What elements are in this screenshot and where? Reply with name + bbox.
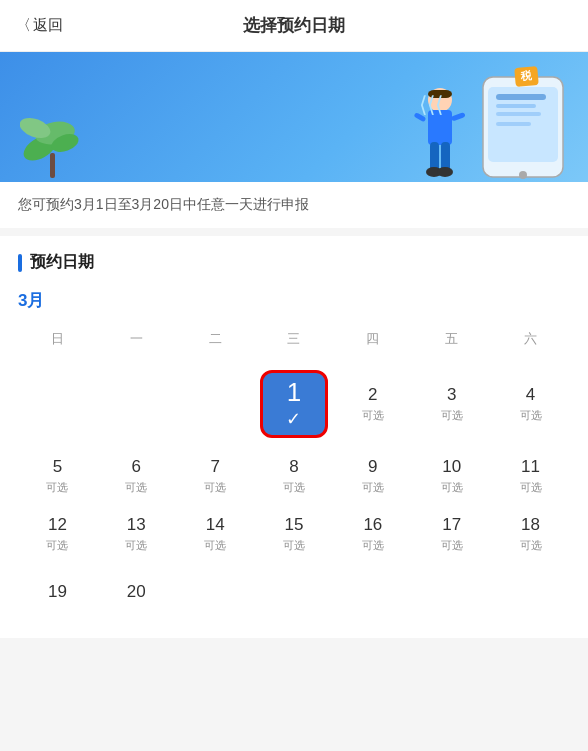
day-label: 可选 bbox=[441, 408, 463, 423]
calendar-cell-3[interactable]: 3 可选 bbox=[412, 362, 491, 448]
svg-rect-16 bbox=[496, 94, 546, 100]
plant-decoration bbox=[20, 78, 90, 182]
page-title: 选择预约日期 bbox=[243, 14, 345, 37]
calendar-cell-empty bbox=[333, 564, 412, 622]
day-label: 可选 bbox=[520, 538, 542, 553]
calendar-cell-8[interactable]: 8 可选 bbox=[255, 448, 334, 506]
month-label: 3月 bbox=[18, 289, 570, 312]
calendar: 日 一 二 三 四 五 六 1 ✓ 2 可选 bbox=[18, 326, 570, 622]
calendar-row-1: 1 ✓ 2 可选 3 可选 4 可选 bbox=[18, 362, 570, 448]
calendar-cell-20[interactable]: 20 bbox=[97, 564, 176, 622]
selected-day-number: 1 bbox=[287, 378, 301, 407]
calendar-cell-14[interactable]: 14 可选 bbox=[176, 506, 255, 564]
day-number: 14 bbox=[206, 515, 225, 535]
calendar-cell-15[interactable]: 15 可选 bbox=[255, 506, 334, 564]
calendar-cell-13[interactable]: 13 可选 bbox=[97, 506, 176, 564]
header: 〈 返回 选择预约日期 bbox=[0, 0, 588, 52]
day-label: 可选 bbox=[125, 538, 147, 553]
day-number: 9 bbox=[368, 457, 377, 477]
calendar-cell-empty bbox=[176, 362, 255, 448]
svg-rect-19 bbox=[496, 122, 531, 126]
svg-point-20 bbox=[519, 171, 527, 179]
calendar-weekday-header: 日 一 二 三 四 五 六 bbox=[18, 326, 570, 352]
calendar-cell-18[interactable]: 18 可选 bbox=[491, 506, 570, 564]
day-number: 16 bbox=[363, 515, 382, 535]
day-label: 可选 bbox=[441, 480, 463, 495]
calendar-cell-1[interactable]: 1 ✓ bbox=[255, 362, 334, 448]
calendar-cell-2[interactable]: 2 可选 bbox=[333, 362, 412, 448]
weekday-sun: 日 bbox=[18, 326, 97, 352]
weekday-mon: 一 bbox=[97, 326, 176, 352]
svg-point-12 bbox=[437, 167, 453, 177]
day-label: 可选 bbox=[283, 538, 305, 553]
calendar-cell-12[interactable]: 12 可选 bbox=[18, 506, 97, 564]
day-label: 可选 bbox=[441, 538, 463, 553]
svg-rect-17 bbox=[496, 104, 536, 108]
day-number: 18 bbox=[521, 515, 540, 535]
calendar-cell-16[interactable]: 16 可选 bbox=[333, 506, 412, 564]
calendar-cell-9[interactable]: 9 可选 bbox=[333, 448, 412, 506]
day-number: 17 bbox=[442, 515, 461, 535]
day-number: 13 bbox=[127, 515, 146, 535]
weekday-tue: 二 bbox=[176, 326, 255, 352]
day-number: 5 bbox=[53, 457, 62, 477]
day-label: 可选 bbox=[125, 480, 147, 495]
calendar-row-4: 19 20 bbox=[18, 564, 570, 622]
day-label: 可选 bbox=[520, 408, 542, 423]
day-label: 可选 bbox=[362, 538, 384, 553]
calendar-cell-empty bbox=[97, 362, 176, 448]
calendar-cell-empty bbox=[491, 564, 570, 622]
day-label: 可选 bbox=[204, 480, 226, 495]
calendar-row-3: 12 可选 13 可选 14 可选 15 可选 16 可选 17 可选 bbox=[18, 506, 570, 564]
title-bar-decoration bbox=[18, 254, 22, 272]
calendar-cell-empty bbox=[176, 564, 255, 622]
day-number: 19 bbox=[48, 582, 67, 602]
day-number: 7 bbox=[210, 457, 219, 477]
calendar-cell-19[interactable]: 19 bbox=[18, 564, 97, 622]
weekday-thu: 四 bbox=[333, 326, 412, 352]
day-number: 10 bbox=[442, 457, 461, 477]
day-number: 15 bbox=[285, 515, 304, 535]
svg-rect-4 bbox=[50, 153, 55, 178]
day-label: 可选 bbox=[283, 480, 305, 495]
day-number: 12 bbox=[48, 515, 67, 535]
calendar-cell-4[interactable]: 4 可选 bbox=[491, 362, 570, 448]
calendar-cell-empty bbox=[412, 564, 491, 622]
tax-badge: 税 bbox=[514, 66, 539, 87]
calendar-cell-10[interactable]: 10 可选 bbox=[412, 448, 491, 506]
calendar-cell-empty bbox=[18, 362, 97, 448]
day-label: 可选 bbox=[362, 480, 384, 495]
day-number: 8 bbox=[289, 457, 298, 477]
notice-text: 您可预约3月1日至3月20日中任意一天进行申报 bbox=[0, 182, 588, 236]
section-title: 预约日期 bbox=[18, 252, 570, 273]
day-number: 3 bbox=[447, 385, 456, 405]
weekday-wed: 三 bbox=[255, 326, 334, 352]
selected-checkmark: ✓ bbox=[286, 408, 301, 430]
day-label: 可选 bbox=[46, 538, 68, 553]
day-label: 可选 bbox=[520, 480, 542, 495]
calendar-cell-11[interactable]: 11 可选 bbox=[491, 448, 570, 506]
back-button[interactable]: 〈 返回 bbox=[16, 16, 63, 35]
calendar-row-2: 5 可选 6 可选 7 可选 8 可选 9 可选 10 可选 bbox=[18, 448, 570, 506]
day-number: 20 bbox=[127, 582, 146, 602]
calendar-section: 预约日期 3月 日 一 二 三 四 五 六 1 ✓ bbox=[0, 236, 588, 638]
calendar-cell-6[interactable]: 6 可选 bbox=[97, 448, 176, 506]
day-label: 可选 bbox=[362, 408, 384, 423]
banner: 税 ⟨⟨⟨ bbox=[0, 52, 588, 182]
calendar-cell-7[interactable]: 7 可选 bbox=[176, 448, 255, 506]
calendar-cell-empty bbox=[255, 564, 334, 622]
day-number: 4 bbox=[526, 385, 535, 405]
arrows-decoration: ⟨⟨⟨ bbox=[419, 92, 443, 118]
weekday-sat: 六 bbox=[491, 326, 570, 352]
svg-rect-8 bbox=[451, 112, 466, 121]
calendar-cell-17[interactable]: 17 可选 bbox=[412, 506, 491, 564]
day-label: 可选 bbox=[46, 480, 68, 495]
weekday-fri: 五 bbox=[412, 326, 491, 352]
day-number: 11 bbox=[521, 457, 540, 477]
selected-day-box: 1 ✓ bbox=[260, 370, 328, 438]
day-label: 可选 bbox=[204, 538, 226, 553]
back-arrow-icon: 〈 bbox=[16, 16, 31, 35]
calendar-cell-5[interactable]: 5 可选 bbox=[18, 448, 97, 506]
day-number: 2 bbox=[368, 385, 377, 405]
svg-rect-18 bbox=[496, 112, 541, 116]
